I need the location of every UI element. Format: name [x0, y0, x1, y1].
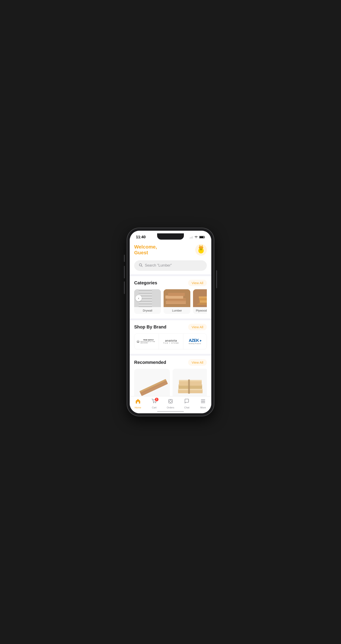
svg-rect-53 — [178, 389, 203, 390]
svg-rect-62 — [137, 402, 139, 404]
home-indicator — [157, 411, 184, 412]
svg-marker-38 — [199, 298, 207, 300]
search-bar[interactable]: Search "Lumber" — [134, 260, 207, 271]
brand-card-trimdepot[interactable]: TRIM DEPOT WHOLESALERS OF TRIM AND DOORS — [134, 334, 159, 349]
brand-card-anatolia[interactable]: anatolia TILE + STONE — [159, 334, 183, 349]
azek-logo: AZEK Building Products — [189, 338, 202, 344]
svg-line-51 — [141, 382, 167, 394]
categories-view-all[interactable]: View All — [188, 280, 207, 286]
welcome-line2: Guest — [134, 250, 157, 256]
svg-rect-55 — [179, 384, 202, 386]
signal-icon — [189, 236, 193, 238]
divider-2 — [130, 318, 211, 320]
chat-svg — [184, 398, 190, 404]
orders-svg — [168, 398, 173, 404]
azek-arrow-icon — [199, 339, 202, 342]
mute-button — [124, 255, 125, 262]
more-label: More — [200, 406, 206, 409]
categories-scroll[interactable]: ‹ Drywall — [134, 289, 207, 317]
lumber-label: Lumber — [164, 307, 190, 314]
trim-depot-icon — [137, 339, 140, 344]
svg-line-17 — [141, 266, 142, 266]
search-placeholder: Search "Lumber" — [145, 264, 172, 268]
category-card-plywood[interactable]: › Plywood, OSB... — [193, 289, 207, 314]
more-icon — [200, 398, 206, 405]
svg-rect-2 — [191, 237, 192, 238]
mascot-icon — [196, 244, 206, 255]
welcome-line1: Welcome, — [134, 244, 157, 250]
svg-rect-72 — [201, 401, 205, 402]
svg-rect-57 — [179, 380, 202, 381]
svg-rect-73 — [201, 402, 205, 403]
header: Welcome, Guest — [130, 240, 211, 258]
svg-rect-42 — [138, 342, 138, 342]
svg-rect-58 — [188, 380, 190, 394]
anatolia-logo: anatolia TILE + STONE — [163, 339, 179, 344]
brands-view-all[interactable]: View All — [188, 324, 207, 330]
category-card-drywall[interactable]: ‹ Drywall — [134, 289, 161, 314]
divider-3 — [130, 354, 211, 356]
power-button — [216, 270, 217, 288]
nav-orders[interactable]: Orders — [164, 398, 177, 409]
trim-depot-logo: TRIM DEPOT WHOLESALERS OF TRIM AND DOORS — [137, 339, 156, 344]
screen-content[interactable]: Welcome, Guest — [130, 240, 211, 413]
status-icons — [189, 236, 205, 238]
lumber-image — [164, 289, 190, 307]
home-icon — [135, 398, 141, 405]
wifi-icon — [194, 236, 198, 238]
svg-marker-40 — [199, 296, 207, 298]
svg-rect-29 — [167, 298, 186, 301]
svg-rect-0 — [189, 238, 190, 238]
status-time: 11:40 — [136, 235, 146, 240]
phone-screen: 11:40 — [130, 231, 211, 413]
divider-1 — [130, 274, 211, 276]
avatar[interactable] — [195, 244, 207, 256]
svg-rect-28 — [166, 301, 186, 304]
orders-label: Orders — [167, 406, 174, 409]
svg-line-50 — [140, 380, 166, 393]
recommended-title: Recommended — [134, 360, 166, 365]
cart-label: Cart — [152, 406, 156, 409]
home-label: Home — [135, 406, 141, 409]
svg-marker-43 — [200, 340, 202, 342]
nav-cart[interactable]: 1 Cart — [148, 398, 161, 409]
chat-icon — [184, 398, 190, 405]
svg-rect-31 — [168, 293, 185, 296]
svg-marker-36 — [200, 300, 207, 303]
plywood-image — [193, 289, 207, 307]
cart-wrapper: 1 — [151, 398, 157, 405]
more-svg — [200, 398, 206, 404]
nav-chat[interactable]: Chat — [180, 398, 193, 409]
recommended-view-all[interactable]: View All — [188, 359, 207, 366]
categories-section: Categories View All — [130, 276, 211, 318]
categories-header: Categories View All — [134, 280, 207, 286]
phone-frame: 11:40 — [127, 228, 214, 416]
categories-title: Categories — [134, 280, 157, 286]
brand-card-azek[interactable]: AZEK Building Products — [183, 334, 207, 349]
svg-rect-5 — [200, 236, 204, 238]
nav-more[interactable]: More — [196, 398, 210, 409]
search-container: Search "Lumber" — [130, 258, 211, 274]
svg-rect-1 — [190, 237, 191, 238]
lumber-visual-svg — [164, 289, 190, 307]
cart-badge: 1 — [155, 398, 158, 401]
svg-point-66 — [169, 400, 171, 402]
battery-icon — [199, 236, 205, 238]
prev-category-button[interactable]: ‹ — [136, 295, 142, 301]
search-icon — [139, 263, 143, 268]
nav-home[interactable]: Home — [131, 398, 145, 409]
plywood-label: Plywood, OSB... — [193, 307, 207, 314]
volume-down-button — [124, 282, 125, 294]
svg-rect-30 — [165, 296, 183, 298]
volume-up-button — [124, 266, 125, 278]
bottom-nav: Home 1 Cart — [130, 396, 211, 413]
product-board-visual — [135, 376, 169, 396]
category-card-lumber[interactable]: Lumber — [164, 289, 190, 314]
plywood-visual-svg — [193, 289, 207, 307]
brands-title: Shop By Brand — [134, 324, 166, 330]
svg-point-63 — [153, 402, 154, 403]
brands-scroll[interactable]: TRIM DEPOT WHOLESALERS OF TRIM AND DOORS… — [134, 333, 207, 350]
svg-rect-15 — [199, 247, 203, 248]
chat-label: Chat — [184, 406, 189, 409]
brands-header: Shop By Brand View All — [134, 324, 207, 330]
